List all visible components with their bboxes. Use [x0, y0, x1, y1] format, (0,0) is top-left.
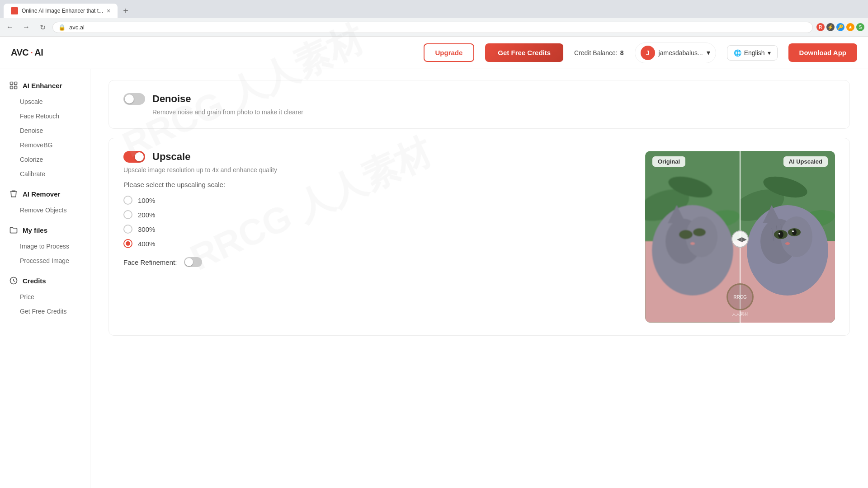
language-selector[interactable]: 🌐 English ▾ — [727, 45, 778, 61]
sidebar-item-upscale[interactable]: Upscale — [0, 94, 90, 109]
browser-ext-1[interactable]: R — [816, 23, 825, 31]
credit-balance: Credit Balance: 8 — [574, 49, 624, 56]
ai-remover-label: AI Remover — [23, 190, 60, 198]
original-label: Original — [652, 156, 685, 167]
app-header: AVC · AI Upgrade Get Free Credits Credit… — [0, 37, 868, 69]
download-app-button[interactable]: Download App — [788, 43, 857, 62]
main-content: Denoise Remove noise and grain from phot… — [90, 69, 868, 488]
compare-labels: Original AI Upscaled — [645, 156, 835, 167]
svg-rect-3 — [10, 86, 13, 89]
ai-upscaled-label: AI Upscaled — [783, 156, 828, 167]
logo-text: AVC — [11, 47, 28, 58]
sidebar-section-ai-remover: AI Remover Remove Objects — [0, 185, 90, 217]
scale-100-radio[interactable] — [123, 196, 132, 205]
sidebar-section-header-ai-enhancer[interactable]: AI Enhancer — [0, 76, 90, 94]
credit-balance-value: 8 — [620, 49, 624, 56]
denoise-description: Remove noise and grain from photo to mak… — [152, 108, 835, 116]
browser-ext-5[interactable]: S — [856, 23, 864, 31]
scale-400-radio[interactable] — [123, 239, 132, 248]
back-button[interactable]: ← — [4, 21, 16, 33]
svg-point-17 — [693, 228, 706, 236]
browser-ext-2[interactable]: ⚡ — [826, 23, 835, 31]
scale-200-label: 200% — [138, 211, 155, 219]
face-refinement-toggle-knob — [185, 258, 193, 266]
upscale-left: Upscale Upscale image resolution up to 4… — [123, 151, 627, 323]
sidebar: AI Enhancer Upscale Face Retouch Denoise… — [0, 69, 90, 488]
face-refinement-label: Face Refinement: — [123, 258, 177, 266]
forward-button[interactable]: → — [20, 21, 33, 33]
upscale-title: Upscale — [152, 151, 190, 163]
scale-400-label: 400% — [138, 240, 155, 248]
address-field[interactable]: 🔒 avc.ai — [52, 22, 813, 33]
app-logo: AVC · AI — [11, 47, 43, 58]
rrcg-subtitle: 人人素材 — [732, 311, 748, 317]
sidebar-section-header-my-files[interactable]: My files — [0, 221, 90, 239]
logo-ai: AI — [34, 47, 43, 58]
scale-prompt: Please select the upscaling scale: — [123, 181, 627, 188]
upscale-toggle[interactable] — [123, 151, 145, 163]
svg-point-18 — [690, 242, 695, 245]
sidebar-section-header-ai-remover[interactable]: AI Remover — [0, 185, 90, 203]
sidebar-section-header-credits[interactable]: Credits — [0, 272, 90, 290]
tab-close-button[interactable]: × — [107, 7, 110, 14]
denoise-toggle[interactable] — [123, 93, 145, 105]
browser-ext-3[interactable]: 🔑 — [836, 23, 844, 31]
scale-100-option[interactable]: 100% — [123, 196, 627, 205]
svg-point-35 — [778, 233, 780, 235]
new-tab-button[interactable]: + — [119, 4, 132, 18]
my-files-icon — [9, 225, 18, 235]
free-credits-button[interactable]: Get Free Credits — [485, 43, 563, 62]
tab-title: Online AI Image Enhancer that t... — [22, 8, 103, 14]
sidebar-item-image-to-process[interactable]: Image to Process — [0, 239, 90, 253]
user-menu-chevron: ▾ — [707, 48, 710, 57]
sidebar-item-price[interactable]: Price — [0, 290, 90, 304]
image-compare[interactable]: Original AI Upscaled — [645, 151, 835, 323]
sidebar-item-calibrate[interactable]: Calibrate — [0, 167, 90, 181]
scale-200-option[interactable]: 200% — [123, 210, 627, 219]
sidebar-item-denoise[interactable]: Denoise — [0, 123, 90, 138]
reload-button[interactable]: ↻ — [36, 21, 49, 33]
rrcg-logo-text: RRCG — [733, 295, 746, 300]
sidebar-item-processed-image[interactable]: Processed Image — [0, 253, 90, 268]
svg-point-33 — [778, 231, 783, 238]
scale-400-option[interactable]: 400% — [123, 239, 627, 248]
user-menu[interactable]: J jamesdabalus... ▾ — [635, 42, 716, 63]
address-lock-icon: 🔒 — [58, 24, 66, 31]
user-name: jamesdabalus... — [659, 49, 703, 56]
main-layout: AI Enhancer Upscale Face Retouch Denoise… — [0, 69, 868, 488]
scale-300-radio[interactable] — [123, 225, 132, 234]
rrcg-watermark: RRCG 人人素材 — [726, 283, 754, 317]
upscale-header: Upscale — [123, 151, 627, 163]
browser-ext-4[interactable]: ★ — [846, 23, 854, 31]
globe-icon: 🌐 — [734, 49, 741, 56]
credit-balance-prefix: Credit Balance: — [574, 49, 618, 56]
sidebar-item-colorize[interactable]: Colorize — [0, 152, 90, 167]
svg-point-37 — [785, 242, 790, 245]
scale-300-label: 300% — [138, 225, 155, 233]
sidebar-section-ai-enhancer: AI Enhancer Upscale Face Retouch Denoise… — [0, 76, 90, 181]
svg-rect-2 — [14, 86, 17, 89]
face-refinement-toggle[interactable] — [184, 257, 202, 267]
ai-enhancer-label: AI Enhancer — [23, 82, 62, 89]
sidebar-item-face-retouch[interactable]: Face Retouch — [0, 109, 90, 123]
sidebar-item-get-free-credits[interactable]: Get Free Credits — [0, 304, 90, 319]
tab-favicon — [11, 7, 18, 14]
sidebar-section-my-files: My files Image to Process Processed Imag… — [0, 221, 90, 268]
logo-dot: · — [30, 47, 33, 58]
browser-tab[interactable]: Online AI Image Enhancer that t... × — [4, 4, 118, 18]
svg-point-34 — [792, 229, 797, 235]
scale-300-option[interactable]: 300% — [123, 225, 627, 234]
my-files-label: My files — [23, 226, 47, 234]
browser-actions: R ⚡ 🔑 ★ S — [816, 23, 864, 31]
user-avatar: J — [641, 46, 655, 60]
denoise-title: Denoise — [152, 93, 191, 105]
rrcg-logo: RRCG — [726, 283, 754, 310]
upgrade-button[interactable]: Upgrade — [424, 43, 475, 62]
scale-100-label: 100% — [138, 197, 155, 204]
address-text: avc.ai — [69, 24, 807, 31]
denoise-toggle-knob — [125, 94, 134, 103]
ai-enhancer-icon — [9, 81, 18, 90]
sidebar-item-removebg[interactable]: RemoveBG — [0, 138, 90, 152]
sidebar-item-remove-objects[interactable]: Remove Objects — [0, 203, 90, 217]
scale-200-radio[interactable] — [123, 210, 132, 219]
